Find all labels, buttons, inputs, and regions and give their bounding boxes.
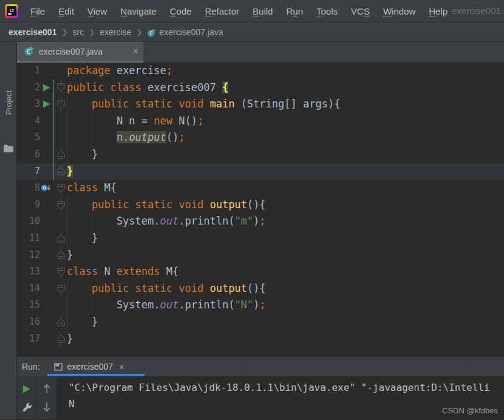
code-text: public class exercise007 { bbox=[67, 80, 228, 97]
breadcrumb-item-exercise[interactable]: exercise bbox=[100, 27, 131, 37]
fold-marker-end[interactable] bbox=[55, 331, 67, 348]
java-class-icon: C bbox=[147, 29, 156, 38]
breadcrumb-item-src[interactable]: src bbox=[72, 27, 84, 37]
menu-code[interactable]: Code bbox=[163, 6, 199, 16]
gutter-icon-slot bbox=[40, 113, 52, 130]
line-number: 9 bbox=[17, 197, 40, 214]
run-tab-label: exercise007 bbox=[67, 362, 114, 371]
tool-window-stripe: Project bbox=[0, 42, 17, 419]
fold-marker-start[interactable] bbox=[55, 80, 67, 97]
code-line-6: 6 } bbox=[17, 146, 504, 163]
fold-marker-end[interactable] bbox=[55, 247, 67, 264]
fold-marker-end[interactable] bbox=[55, 230, 67, 247]
breadcrumb-item-exercise001[interactable]: exercise001 bbox=[9, 27, 56, 37]
menu-vcs[interactable]: VCS bbox=[344, 6, 376, 16]
line-number: 12 bbox=[17, 247, 40, 264]
console-toolbar-1 bbox=[17, 376, 37, 419]
gutter-icon-slot bbox=[40, 230, 52, 247]
console-output[interactable]: "C:\Program Files\Java\jdk-18.0.1.1\bin\… bbox=[57, 376, 504, 419]
code-text: System.out.println("N"); bbox=[67, 297, 266, 314]
down-arrow-button[interactable] bbox=[40, 400, 53, 413]
line-number: 11 bbox=[17, 230, 40, 247]
run-panel-title: Run: bbox=[22, 362, 40, 371]
fold-marker-start[interactable] bbox=[55, 263, 67, 280]
menu-build[interactable]: Build bbox=[246, 6, 279, 16]
run-tab-exercise007[interactable]: exercise007 × bbox=[54, 362, 124, 371]
menu-tools[interactable]: Tools bbox=[310, 6, 344, 16]
menu-refactor[interactable]: Refactor bbox=[198, 6, 246, 16]
line-number: 3 bbox=[17, 96, 40, 113]
folder-icon[interactable] bbox=[3, 144, 14, 155]
editor-tab-exercise007[interactable]: C exercise007.java × bbox=[17, 42, 143, 63]
line-number: 1 bbox=[17, 63, 40, 80]
breadcrumb-item-exercise007.java[interactable]: exercise007.java bbox=[159, 27, 223, 37]
run-tab-close-icon[interactable]: × bbox=[119, 362, 124, 371]
line-number: 8 bbox=[17, 180, 40, 197]
code-text: class M{ bbox=[67, 180, 117, 197]
watermark: CSDN @kfdbes bbox=[442, 406, 498, 415]
fold-marker-end[interactable] bbox=[55, 163, 67, 180]
menu-view[interactable]: View bbox=[81, 6, 114, 16]
console-toolbar-2 bbox=[37, 376, 57, 419]
gutter-icon-slot bbox=[40, 197, 52, 214]
gutter-icon-slot bbox=[40, 331, 52, 348]
gutter-icon-slot bbox=[40, 247, 52, 264]
code-editor[interactable]: 1package exercise;2public class exercise… bbox=[17, 63, 504, 356]
project-tool-window-button[interactable]: Project bbox=[4, 90, 13, 115]
tab-close-icon[interactable]: × bbox=[133, 47, 138, 56]
indent-guide bbox=[67, 197, 67, 247]
code-line-14: 14 public static void output(){ bbox=[17, 280, 504, 297]
code-text: } bbox=[67, 314, 98, 331]
code-line-13: 13class N extends M{ bbox=[17, 263, 504, 280]
editor-tab-label: exercise007.java bbox=[39, 47, 103, 56]
menu-file[interactable]: File bbox=[24, 6, 52, 16]
fold-slot bbox=[55, 63, 67, 80]
fold-marker-end[interactable] bbox=[55, 314, 67, 331]
run-gutter-icon[interactable] bbox=[40, 96, 52, 113]
console-line: "C:\Program Files\Java\jdk-18.0.1.1\bin\… bbox=[69, 379, 504, 396]
run-panel-header: Run: exercise007 × bbox=[17, 356, 504, 376]
fold-marker-start[interactable] bbox=[55, 180, 67, 197]
fold-marker-start[interactable] bbox=[55, 197, 67, 214]
code-line-7: 7} bbox=[17, 163, 504, 180]
line-number: 4 bbox=[17, 113, 40, 130]
code-text: public static void output(){ bbox=[67, 280, 266, 297]
fold-marker-start[interactable] bbox=[55, 280, 67, 297]
subclassed-gutter-icon[interactable] bbox=[40, 180, 52, 197]
rerun-button[interactable] bbox=[20, 382, 33, 396]
breadcrumb: exercise001❯src❯exercise❯Cexercise007.ja… bbox=[0, 22, 504, 42]
up-arrow-button[interactable] bbox=[40, 382, 53, 396]
line-number: 2 bbox=[17, 80, 40, 97]
fold-marker-start[interactable] bbox=[55, 96, 67, 113]
menu-run[interactable]: Run bbox=[279, 6, 310, 16]
gutter-icon-slot bbox=[40, 297, 52, 314]
run-gutter-icon[interactable] bbox=[40, 80, 52, 97]
fold-marker-end[interactable] bbox=[55, 146, 67, 163]
code-text: } bbox=[67, 331, 73, 348]
code-text: package exercise; bbox=[67, 63, 172, 80]
code-text: } bbox=[67, 146, 98, 163]
code-text: class N extends M{ bbox=[67, 263, 179, 280]
divider bbox=[463, 360, 464, 373]
menu-window[interactable]: Window bbox=[376, 6, 422, 16]
gutter-icon-slot bbox=[40, 163, 52, 180]
settings-wrench-icon[interactable] bbox=[20, 400, 33, 413]
menu-navigate[interactable]: Navigate bbox=[114, 6, 163, 16]
menu-bar-items: FileEditViewNavigateCodeRefactorBuildRun… bbox=[24, 6, 454, 16]
indent-guide bbox=[67, 96, 67, 163]
window-title: exercise001 - bbox=[452, 5, 504, 16]
code-text: public static void main (String[] args){ bbox=[67, 96, 340, 113]
code-text: } bbox=[67, 163, 73, 180]
indent-guide bbox=[92, 297, 92, 314]
code-line-17: 17} bbox=[17, 331, 504, 348]
code-text: N n = new N(); bbox=[67, 113, 203, 130]
line-number: 7 bbox=[17, 163, 40, 180]
code-rows: 1package exercise;2public class exercise… bbox=[17, 63, 504, 356]
gutter-icon-slot bbox=[40, 146, 52, 163]
menu-help[interactable]: Help bbox=[422, 6, 454, 16]
menu-edit[interactable]: Edit bbox=[52, 6, 81, 16]
code-line-12: 12} bbox=[17, 247, 504, 264]
line-number: 15 bbox=[17, 297, 40, 314]
line-number: 14 bbox=[17, 280, 40, 297]
intellij-logo-icon: IJ bbox=[5, 4, 18, 18]
